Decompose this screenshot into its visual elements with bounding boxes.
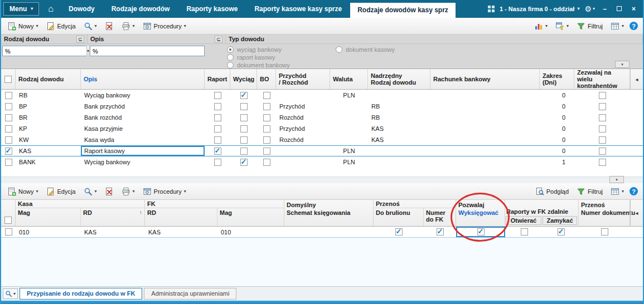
col-header-przychod[interactable]: Przychód / Rozchód [276, 69, 330, 89]
settings-button[interactable]: ⚙ ▾ [584, 4, 595, 13]
filtruj-button-lower[interactable]: Filtruj [573, 185, 607, 198]
help-icon[interactable]: ? [630, 22, 638, 30]
cell-rachunek[interactable] [430, 90, 540, 101]
raport-checkbox[interactable] [214, 159, 221, 166]
nowy-button[interactable]: Nowy ▾ [3, 19, 42, 33]
cell-opis[interactable]: Bank rozchód [81, 112, 205, 123]
header-select-checkbox[interactable] [4, 76, 12, 83]
tab-raporty-kasowe[interactable]: Raporty kasowe [178, 0, 246, 18]
col-header-opis[interactable]: Opis [81, 69, 205, 89]
cell-rachunek[interactable] [430, 134, 540, 145]
wyksiegowac-cell-cursor[interactable] [456, 227, 505, 237]
cell-rachunek[interactable] [430, 156, 540, 168]
zezwalaj-checkbox[interactable] [599, 103, 606, 110]
col-header-zezwalaj[interactable]: Zezwalaj na wielu kontrahentów [574, 69, 630, 89]
zezwalaj-checkbox[interactable] [599, 114, 606, 121]
zezwalaj-checkbox[interactable] [599, 148, 606, 155]
radio-raport-kasowy[interactable]: raport kasowy [227, 54, 275, 61]
col-header-numer-do-fk[interactable]: Numer do FK [424, 208, 456, 226]
col-header-bo[interactable]: BO [257, 69, 276, 89]
cell-przychod[interactable] [276, 146, 330, 156]
splitter-collapse-button[interactable]: ▾ [609, 176, 624, 183]
cell-przychod[interactable]: Rozchód [276, 112, 330, 123]
cell-opis[interactable]: Wyciąg bankowy [81, 156, 205, 168]
numer-dokumentu-checkbox[interactable] [601, 228, 608, 236]
radio-icon[interactable] [227, 62, 234, 68]
raport-checkbox[interactable] [214, 148, 221, 155]
edycja-button-lower[interactable]: Edycja [42, 185, 80, 198]
radio-dokument-kasowy[interactable]: dokument kasowy [336, 46, 395, 53]
table-row[interactable]: RB Wyciąg bankowy PLN 0 [1, 90, 643, 101]
cell-fk-rd[interactable]: KAS [145, 227, 217, 237]
row-checkbox[interactable] [5, 114, 12, 121]
cell-opis[interactable]: Kasa przyjmie [81, 123, 205, 134]
cell-schemat[interactable] [284, 227, 374, 237]
cell-opis[interactable]: Wyciąg bankowy [81, 90, 205, 101]
bo-checkbox[interactable] [263, 92, 270, 99]
col-header-zakres[interactable]: Zakres (Dni) [540, 69, 574, 89]
cell-rodzaj-dowodu[interactable]: BR [16, 112, 81, 123]
wyciag-checkbox[interactable] [240, 92, 248, 99]
print-button[interactable]: ▾ [118, 19, 139, 33]
header-select-checkbox[interactable] [4, 217, 12, 224]
cell-waluta[interactable] [330, 112, 368, 123]
scroll-left-icon[interactable]: ◂ [630, 69, 643, 89]
row-checkbox[interactable] [5, 103, 12, 110]
cell-rachunek[interactable] [430, 112, 540, 123]
radio-wyciag-bankowy[interactable]: wyciąg bankowy [227, 46, 282, 53]
bo-checkbox[interactable] [263, 148, 270, 155]
cell-zakres[interactable]: 0 [540, 123, 574, 134]
pane-splitter[interactable]: ▾ [1, 176, 643, 183]
cell-fk-mag[interactable]: 010 [217, 227, 284, 237]
row-checkbox[interactable] [5, 136, 12, 144]
cell-waluta[interactable] [330, 101, 368, 112]
table-row[interactable]: BR Bank rozchód Rozchód RB 0 [1, 112, 643, 123]
search-button[interactable]: ▾ [80, 19, 101, 33]
bo-checkbox[interactable] [263, 125, 270, 133]
row-checkbox[interactable] [5, 228, 12, 236]
zezwalaj-checkbox[interactable] [599, 136, 606, 144]
zezwalaj-checkbox[interactable] [599, 125, 606, 133]
col-header-fk-mag[interactable]: Mag [217, 208, 284, 226]
raport-checkbox[interactable] [214, 103, 221, 110]
cell-nadrzedny[interactable] [368, 156, 430, 168]
col-header-otwierac[interactable]: Otwierać [506, 216, 541, 225]
cell-kasa-rd[interactable]: KAS [81, 227, 145, 237]
tab-przypisanie-fk[interactable]: Przypisanie do rodzaju dowodu w FK [20, 288, 142, 300]
filter-collapse-button[interactable]: ▾ [615, 61, 630, 68]
delete-button[interactable] [101, 19, 118, 33]
scroll-left-icon[interactable]: ◂ [630, 200, 643, 226]
cell-opis[interactable]: Bank przychód [81, 101, 205, 112]
modules-grid-icon[interactable] [488, 6, 495, 12]
cell-nadrzedny[interactable] [368, 146, 430, 156]
combo-dropdown-button[interactable]: ▾ [86, 46, 89, 56]
row-checkbox[interactable] [5, 125, 12, 133]
wyciag-checkbox[interactable] [240, 125, 248, 133]
table-row-selected[interactable]: KAS Raport kasowy PLN 0 [1, 145, 643, 156]
raport-checkbox[interactable] [214, 125, 221, 133]
tab-rodzaje-dowodow-kasy-active[interactable]: Rodzaje dowodów kasy sprz [350, 3, 456, 18]
cell-nadrzedny[interactable]: KAS [368, 134, 430, 145]
col-header-rodzaj-dowodu[interactable]: Rodzaj dowodu [16, 69, 81, 89]
col-header-nadrzedny[interactable]: Nadrzędny Rodzaj dowodu [368, 69, 430, 89]
opis-filter-input[interactable] [90, 46, 205, 56]
row-checkbox[interactable] [5, 148, 12, 155]
cell-waluta[interactable]: PLN [330, 90, 368, 101]
table-row[interactable]: BP Bank przychód Przychód RB 0 [1, 101, 643, 112]
cell-zakres[interactable]: 0 [540, 134, 574, 145]
cell-przychod[interactable] [276, 156, 330, 168]
procedury-button[interactable]: Procedury ▾ [139, 19, 190, 33]
filter-condition-icon[interactable]: ⊆ [215, 36, 222, 43]
bo-checkbox[interactable] [263, 103, 270, 110]
table-row[interactable]: KW Kasa wyda Rozchód KAS 0 [1, 134, 643, 145]
minimize-button[interactable]: – [600, 5, 609, 13]
cell-waluta[interactable] [330, 134, 368, 145]
tab-raporty-kasowe-kasy[interactable]: Raporty kasowe kasy sprze [246, 0, 350, 18]
raport-checkbox[interactable] [214, 136, 221, 144]
maximize-button[interactable] [614, 5, 624, 13]
chart-button[interactable]: ▾ [530, 19, 551, 33]
close-button[interactable]: × [629, 5, 638, 13]
bottom-search-button[interactable]: ▾ [3, 288, 18, 299]
cell-rodzaj-dowodu[interactable]: BANK [16, 156, 81, 168]
podglad-button[interactable]: Podgląd [531, 185, 573, 198]
